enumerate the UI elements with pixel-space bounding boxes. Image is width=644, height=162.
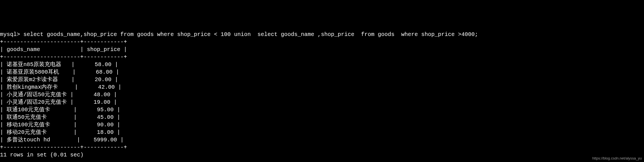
table-row: | 诺基亚n85原装充电器 | 58.00 | <box>0 61 118 68</box>
table-row: | 联通100元充值卡 | 95.00 | <box>0 107 120 113</box>
query-status: 11 rows in set (0.01 sec) <box>0 152 84 158</box>
watermark-label: https://blog.csdn.net/alyssa_yu <box>592 156 642 161</box>
table-row: | 小灵通/固话50元充值卡 | 48.00 | <box>0 91 117 98</box>
terminal-output: mysql> select goods_name,shop_price from… <box>0 31 644 159</box>
table-row: | 小灵通/固话20元充值卡 | 19.00 | <box>0 99 117 105</box>
table-row: | 多普达touch hd | 5999.00 | <box>0 137 124 143</box>
table-border-bottom: +-----------------------+------------+ <box>0 144 127 151</box>
table-row: | 移动20元充值卡 | 18.00 | <box>0 129 120 136</box>
mysql-prompt: mysql> <box>0 31 23 38</box>
table-row: | 胜创kingmax内存卡 | 42.00 | <box>0 84 121 90</box>
table-header: | goods_name | shop_price | <box>0 46 127 53</box>
table-row: | 移动100元充值卡 | 90.00 | <box>0 122 120 128</box>
table-row: | 索爱原装m2卡读卡器 | 20.00 | <box>0 76 118 83</box>
table-row: | 诺基亚原装5800耳机 | 68.00 | <box>0 69 119 75</box>
table-border-mid: +-----------------------+------------+ <box>0 54 127 60</box>
table-row: | 联通50元充值卡 | 45.00 | <box>0 114 120 120</box>
table-border-top: +-----------------------+------------+ <box>0 39 127 45</box>
sql-query: select goods_name,shop_price from goods … <box>23 31 478 38</box>
